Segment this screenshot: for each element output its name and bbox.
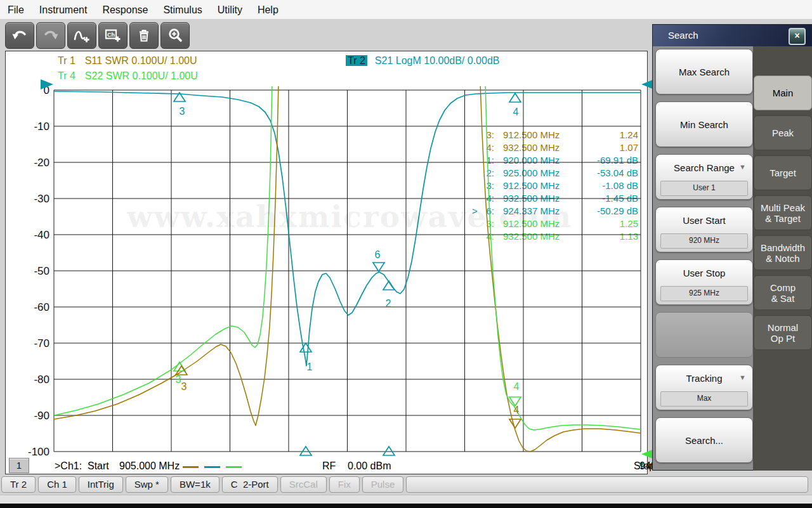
marker-active-indicator xyxy=(472,218,480,230)
trace4-id[interactable]: Tr 4 xyxy=(56,70,77,81)
panel-tab-column: MainPeakTargetMulti Peak & TargetBandwid… xyxy=(753,46,812,471)
bottom-strip xyxy=(0,495,812,504)
marker-frequency: 912.500 MHz xyxy=(503,218,560,230)
panel-button-label: Tracking xyxy=(656,365,752,391)
marker-active-indicator xyxy=(472,154,480,167)
panel-button-label: Search Range xyxy=(656,155,752,180)
panel-button-min-search[interactable]: Min Search xyxy=(655,101,753,147)
marker-row: 4:932.500 MHz1.07 xyxy=(472,141,638,154)
marker-row: 4:932.500 MHz-1.45 dB xyxy=(472,192,638,205)
status-segment-srccal[interactable]: SrcCal xyxy=(280,476,327,493)
menu-item-stimulus[interactable]: Stimulus xyxy=(155,1,209,19)
panel-button-user-stop[interactable]: User Stop925 MHz xyxy=(655,259,753,305)
trace4-color-swatch xyxy=(226,466,242,468)
status-bar: Tr 2Ch 1IntTrigSwp *BW=1kC 2-PortSrcCalF… xyxy=(1,476,811,493)
trace1-id[interactable]: Tr 1 xyxy=(56,55,77,66)
menu-bar: FileInstrumentResponseStimulusUtilityHel… xyxy=(0,0,812,20)
tab-multi-peak-target[interactable]: Multi Peak & Target xyxy=(754,195,812,230)
status-segment-bw-1k[interactable]: BW=1k xyxy=(171,476,219,493)
trace-label-tr2[interactable]: Tr 2S21 LogM 10.00dB/ 0.00dB xyxy=(346,55,499,67)
menu-item-response[interactable]: Response xyxy=(95,1,155,19)
marker-frequency: 912.500 MHz xyxy=(503,129,560,141)
trace4-format: S22 SWR 0.100U/ 1.00U xyxy=(85,70,198,81)
stop-label-value: Stop 940.000 MHz xyxy=(551,460,639,472)
delete-trace-icon xyxy=(136,27,152,44)
status-segment-c-2-port[interactable]: C 2-Port xyxy=(222,476,278,493)
marker-frequency: 932.500 MHz xyxy=(503,230,560,243)
status-segment-inttrig[interactable]: IntTrig xyxy=(79,476,123,493)
marker-number: 6: xyxy=(480,205,494,218)
panel-button-column: Max SearchMin SearchSearch Range▼User 1U… xyxy=(655,49,753,470)
panel-button-empty xyxy=(655,312,753,358)
marker-number: 4: xyxy=(480,230,494,243)
status-segment-ch-1[interactable]: Ch 1 xyxy=(38,476,76,493)
marker-row: >6:924.337 MHz-50.29 dB xyxy=(472,205,638,218)
marker-value: -1.08 dB xyxy=(560,179,638,192)
channel-tab[interactable]: 1 xyxy=(9,458,29,473)
marker-row: 3:912.500 MHz-1.08 dB xyxy=(472,179,638,192)
menu-item-instrument[interactable]: Instrument xyxy=(32,1,95,19)
dropdown-arrow-icon: ▼ xyxy=(739,163,746,171)
tab-main[interactable]: Main xyxy=(754,75,812,110)
panel-button-search-range[interactable]: Search Range▼User 1 xyxy=(655,154,753,200)
tab-bandwidth-notch[interactable]: Bandwidth & Notch xyxy=(754,235,812,270)
tab-peak[interactable]: Peak xyxy=(754,115,812,150)
add-channel-button[interactable]: Ch xyxy=(98,22,128,49)
marker-frequency: 932.500 MHz xyxy=(503,141,560,154)
marker-number: 2: xyxy=(480,167,494,179)
search-panel-titlebar[interactable]: Search × xyxy=(653,25,811,46)
marker-value: 1.24 xyxy=(560,129,638,141)
marker-value: 1.13 xyxy=(560,230,638,243)
panel-button-search[interactable]: Search... xyxy=(655,417,753,463)
status-segment-pulse[interactable]: Pulse xyxy=(362,476,404,493)
marker-active-indicator: > xyxy=(472,205,480,218)
tab-comp-sat[interactable]: Comp & Sat xyxy=(754,275,812,310)
panel-button-tracking[interactable]: Tracking▼Max xyxy=(655,365,753,410)
add-channel-icon: Ch xyxy=(104,27,122,44)
zoom-button[interactable] xyxy=(160,22,190,49)
undo-button[interactable] xyxy=(5,22,34,49)
panel-button-label: Min Search xyxy=(656,102,752,147)
trace-label-tr1[interactable]: Tr 1S11 SWR 0.100U/ 1.00U xyxy=(56,55,197,67)
panel-button-value: 925 MHz xyxy=(660,286,748,301)
trace2-format: S21 LogM 10.00dB/ 0.00dB xyxy=(375,55,500,66)
start-label: Start xyxy=(88,460,109,472)
status-segment-tr-2[interactable]: Tr 2 xyxy=(1,476,36,493)
marker-row: 3:912.500 MHz1.25 xyxy=(472,218,638,230)
menu-item-file[interactable]: File xyxy=(0,1,32,19)
marker-number: 1: xyxy=(480,154,494,167)
marker-value: -50.29 dB xyxy=(560,205,638,218)
trace2-id[interactable]: Tr 2 xyxy=(346,55,367,66)
tab-target[interactable]: Target xyxy=(754,155,812,190)
menu-item-help[interactable]: Help xyxy=(250,1,286,19)
marker-number: 3: xyxy=(480,129,494,141)
trace-label-tr4[interactable]: Tr 4S22 SWR 0.100U/ 1.00U xyxy=(56,70,198,82)
panel-button-max-search[interactable]: Max Search xyxy=(655,49,753,94)
close-button[interactable]: × xyxy=(789,28,806,45)
rf-label: RF xyxy=(322,460,336,472)
menu-item-utility[interactable]: Utility xyxy=(210,1,250,19)
status-segment-empty xyxy=(406,476,808,493)
status-segment-fix[interactable]: Fix xyxy=(329,476,360,493)
marker-frequency: 932.500 MHz xyxy=(503,192,560,205)
marker-active-indicator xyxy=(472,129,480,141)
marker-value: 1.25 xyxy=(560,218,638,230)
marker-number: 4: xyxy=(480,192,494,205)
marker-active-indicator xyxy=(472,141,480,154)
delete-trace-button[interactable] xyxy=(129,22,159,49)
redo-icon xyxy=(42,27,60,44)
redo-button[interactable] xyxy=(36,22,65,49)
add-trace-icon xyxy=(73,27,91,44)
panel-button-value: Max xyxy=(660,391,748,407)
tab-normal-op-pt[interactable]: Normal Op Pt xyxy=(754,315,812,350)
undo-icon xyxy=(11,27,29,44)
marker-value: -1.45 dB xyxy=(560,192,638,205)
marker-active-indicator xyxy=(472,167,480,179)
panel-button-user-start[interactable]: User Start920 MHz xyxy=(655,207,753,252)
status-segment-swp[interactable]: Swp * xyxy=(126,476,168,493)
marker-readout-table: 3:912.500 MHz1.244:932.500 MHz1.071:920.… xyxy=(472,129,638,243)
trace1-color-swatch xyxy=(183,466,199,468)
panel-button-label: User Start xyxy=(656,207,752,233)
add-trace-button[interactable] xyxy=(67,22,96,49)
dropdown-arrow-icon: ▼ xyxy=(739,374,746,381)
